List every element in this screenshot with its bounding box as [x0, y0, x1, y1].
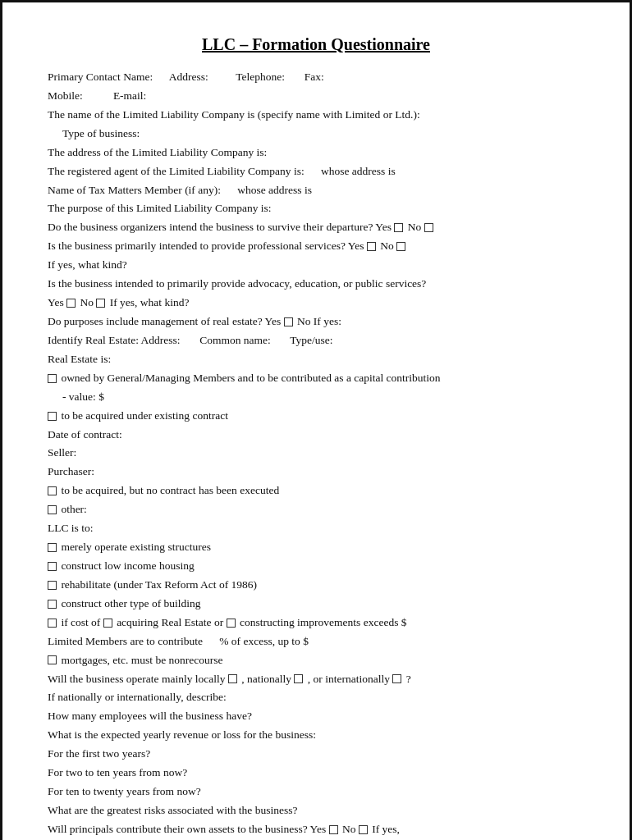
text-value: - value: $ — [62, 390, 104, 403]
text-constructing: constructing improvements exceeds $ — [240, 616, 407, 628]
line-type-business: Type of business: — [62, 126, 584, 143]
line-mortgages: mortgages, etc. must be nonrecourse — [48, 652, 584, 669]
line-if-yes-kind: If yes, what kind? — [48, 257, 584, 274]
line-rehabilitate: rehabilitate (under Tax Reform Act of 19… — [48, 577, 584, 594]
checkbox-acquiring[interactable] — [103, 619, 112, 628]
text-if-nationally: If nationally or internationally, descri… — [48, 691, 227, 703]
line-ten-to-twenty: For ten to twenty years from now? — [48, 783, 584, 801]
checkbox-other[interactable] — [48, 505, 57, 514]
line-construct-low: construct low income housing — [48, 558, 584, 575]
label-common-name: Common name: — [199, 334, 271, 346]
checkbox-advocacy-no[interactable] — [96, 299, 105, 308]
line-re-is: Real Estate is: — [48, 351, 584, 368]
checkbox-merely-operate[interactable] — [48, 543, 57, 552]
label-address: Address: — [169, 71, 208, 83]
line-registered-agent: The registered agent of the Limited Liab… — [48, 163, 584, 180]
text-survive: Do the business organizers intend the bu… — [48, 221, 394, 233]
checkbox-if-cost[interactable] — [48, 619, 57, 628]
label-date-contract: Date of contract: — [48, 428, 122, 441]
line-limited-members: Limited Members are to contribute % of e… — [48, 633, 584, 651]
checkbox-principals-yes[interactable] — [329, 825, 338, 834]
label-telephone: Telephone: — [236, 71, 285, 83]
checkbox-locally[interactable] — [228, 674, 237, 683]
line-primary-contact: Primary Contact Name: Address: Telephone… — [48, 69, 584, 86]
line-llc-name: The name of the Limited Liability Compan… — [48, 107, 584, 124]
line-value: - value: $ — [62, 389, 584, 406]
page-title: LLC – Formation Questionnaire — [48, 35, 584, 54]
text-other: other: — [61, 503, 87, 515]
text-real-estate-mgmt: Do purposes include management of real e… — [48, 315, 284, 327]
text-internationally: , or internationally — [308, 673, 392, 685]
line-real-estate-mgmt: Do purposes include management of real e… — [48, 313, 584, 331]
line-advocacy: Is the business intended to primarily pr… — [48, 276, 584, 293]
checkbox-constructing[interactable] — [227, 619, 236, 628]
text-mortgages: mortgages, etc. must be nonrecourse — [61, 654, 222, 666]
checkbox-construct-other[interactable] — [48, 600, 57, 609]
line-identify-re: Identify Real Estate: Address: Common na… — [48, 332, 584, 349]
text-re-no-ifyes: No If yes: — [297, 315, 341, 327]
checkbox-internationally[interactable] — [392, 674, 401, 683]
line-if-nationally: If nationally or internationally, descri… — [48, 689, 584, 706]
checkbox-advocacy-yes[interactable] — [66, 299, 76, 308]
checkbox-survive-no[interactable] — [424, 223, 433, 232]
text-advocacy-no: No — [80, 296, 96, 308]
line-operate-locally: Will the business operate mainly locally… — [48, 671, 584, 688]
text-advocacy-kind: If yes, what kind? — [110, 296, 190, 308]
checkbox-rehabilitate[interactable] — [48, 581, 57, 590]
line-if-cost: if cost of acquiring Real Estate or cons… — [48, 614, 584, 632]
checkbox-owned[interactable] — [48, 374, 57, 383]
text-limited-members: Limited Members are to contribute — [48, 635, 203, 647]
line-mobile: Mobile: E-mail: — [48, 88, 584, 105]
text-llc-address: The address of the Limited Liability Com… — [48, 146, 267, 158]
text-employees: How many employees will the business hav… — [48, 710, 252, 722]
text-acquiring: acquiring Real Estate or — [117, 616, 226, 628]
checkbox-acquired-no-contract[interactable] — [48, 486, 57, 495]
text-identify-re: Identify Real Estate: Address: — [48, 334, 181, 346]
text-survive-no: No — [408, 221, 424, 233]
text-pct-excess: % of excess, up to $ — [219, 635, 309, 647]
line-construct-other: construct other type of building — [48, 596, 584, 613]
checkbox-construct-low[interactable] — [48, 562, 57, 571]
line-other: other: — [48, 501, 584, 518]
text-if-cost: if cost of — [61, 616, 103, 628]
label-fax: Fax: — [305, 71, 324, 83]
text-construct-low: construct low income housing — [61, 559, 194, 572]
text-question-mark: ? — [406, 673, 411, 685]
checkbox-nationally[interactable] — [294, 674, 303, 683]
checkbox-professional-yes[interactable] — [367, 242, 376, 251]
text-principals-ifyes: If yes, — [372, 823, 400, 835]
line-survive: Do the business organizers intend the bu… — [48, 219, 584, 236]
label-purchaser: Purchaser: — [48, 465, 94, 477]
line-llc-address: The address of the Limited Liability Com… — [48, 144, 584, 162]
line-purchaser: Purchaser: — [48, 463, 584, 481]
label-email: E-mail: — [113, 89, 147, 102]
label-type-business: Type of business: — [62, 127, 140, 139]
line-date-contract: Date of contract: — [48, 427, 584, 444]
text-nationally: , nationally — [241, 673, 294, 685]
label-type-use: Type/use: — [290, 334, 332, 346]
checkbox-principals-no[interactable] — [359, 825, 368, 834]
checkbox-professional-no[interactable] — [396, 242, 405, 251]
text-owned: owned by General/Managing Members and to… — [61, 372, 440, 384]
checkbox-acquired-existing[interactable] — [48, 412, 57, 421]
text-professional-no: No — [380, 240, 396, 252]
text-purpose: The purpose of this Limited Liability Co… — [48, 202, 272, 214]
text-two-to-ten: For two to ten years from now? — [48, 766, 187, 778]
line-seller: Seller: — [48, 445, 584, 462]
text-expected-revenue: What is the expected yearly revenue or l… — [48, 728, 316, 741]
line-principals-contribute: Will principals contribute their own ass… — [48, 821, 584, 838]
text-re-is: Real Estate is: — [48, 353, 111, 365]
checkbox-mortgages[interactable] — [48, 655, 57, 664]
text-greatest-risks: What are the greatest risks associated w… — [48, 804, 297, 816]
text-acquired-no-contract: to be acquired, but no contract has been… — [61, 484, 279, 496]
text-whose-address: whose address is — [321, 165, 396, 177]
checkbox-re-yes[interactable] — [284, 317, 293, 326]
checkbox-survive-yes[interactable] — [394, 223, 403, 232]
line-greatest-risks: What are the greatest risks associated w… — [48, 802, 584, 819]
text-acquired-existing: to be acquired under existing contract — [61, 409, 228, 422]
line-professional: Is the business primarily intended to pr… — [48, 238, 584, 255]
text-whose-address2: whose address is — [237, 184, 312, 196]
line-two-to-ten: For two to ten years from now? — [48, 765, 584, 782]
text-tax-matters: Name of Tax Matters Member (if any): — [48, 184, 221, 196]
line-expected-revenue: What is the expected yearly revenue or l… — [48, 727, 584, 744]
